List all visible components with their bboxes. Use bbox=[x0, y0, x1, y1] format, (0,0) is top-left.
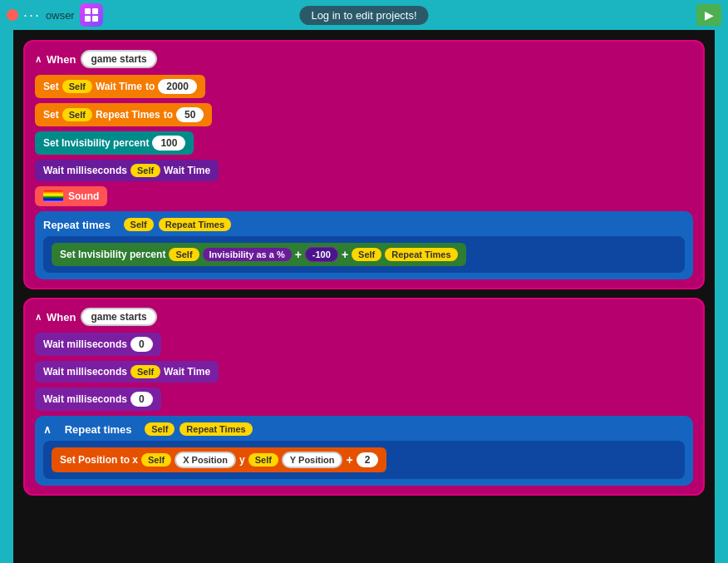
set-repeat-times-row: Set Self Repeat Times to 50 bbox=[35, 103, 693, 126]
rainbow-icon bbox=[43, 190, 63, 202]
set-wait-time-block[interactable]: Set Self Wait Time to 2000 bbox=[35, 75, 205, 98]
self2-badge[interactable]: Self bbox=[352, 248, 381, 261]
inner-expr-row: Set Invisibility percent Self Invisibili… bbox=[52, 243, 676, 266]
top-bar: ··· owser Log in to edit projects! ▶ bbox=[0, 0, 728, 30]
wait-time-2: Wait Time bbox=[164, 366, 210, 378]
browser-label: owser bbox=[46, 9, 75, 22]
sound-block[interactable]: Sound bbox=[35, 186, 107, 206]
wait-ms-row: Wait milliseconds Self Wait Time bbox=[35, 160, 693, 181]
plus-2: + bbox=[342, 248, 348, 261]
when-header-1: ∧ When game starts bbox=[35, 50, 693, 68]
y-pos-badge[interactable]: Y Position bbox=[282, 452, 343, 468]
self-badge-repeat2[interactable]: Self bbox=[145, 422, 175, 436]
plus-val-badge[interactable]: 2 bbox=[357, 452, 379, 467]
position-block[interactable]: Set Position to x Self X Position y Self… bbox=[52, 447, 386, 472]
self-badge-repeat[interactable]: Self bbox=[124, 218, 154, 231]
close-button[interactable] bbox=[7, 9, 18, 21]
repeat-block-2: ∧ Repeat times Self Repeat Times Set Pos… bbox=[35, 416, 693, 486]
to-text-2: to bbox=[164, 109, 173, 121]
self-badge-wait2[interactable]: Self bbox=[130, 365, 160, 378]
wait1-row: Wait milliseconds 0 bbox=[35, 333, 693, 356]
wait3-row: Wait milliseconds 0 bbox=[35, 388, 693, 411]
invis-value[interactable]: 100 bbox=[152, 136, 185, 151]
wait3-value[interactable]: 0 bbox=[130, 392, 153, 407]
self-badge-2[interactable]: Self bbox=[62, 108, 92, 121]
pos-label: Set Position to x bbox=[60, 454, 138, 466]
set-invis-row: Set Invisibility percent 100 bbox=[35, 131, 693, 155]
repeat-block-1: Repeat times Self Repeat Times Set Invis… bbox=[35, 211, 693, 279]
collapse-repeat-1: Repeat times bbox=[43, 219, 111, 231]
sound-row: Sound bbox=[35, 186, 693, 206]
invis-as-badge[interactable]: Invisibility as a % bbox=[203, 248, 292, 261]
repeat-label-2: Repeat times bbox=[65, 423, 132, 436]
repeat-times2-badge[interactable]: Repeat Times bbox=[385, 248, 457, 261]
collapse-repeat-2: ∧ bbox=[43, 423, 52, 436]
dots-menu[interactable]: ··· bbox=[23, 7, 41, 24]
left-sidebar bbox=[0, 30, 13, 563]
self-inner-badge[interactable]: Self bbox=[169, 248, 199, 261]
set2-label: Set bbox=[43, 109, 59, 121]
repeat-header-1: Repeat times Self Repeat Times bbox=[43, 218, 685, 231]
wait3-block[interactable]: Wait milliseconds 0 bbox=[35, 388, 161, 411]
game-starts-badge-1[interactable]: game starts bbox=[81, 50, 156, 68]
sound-label: Sound bbox=[68, 190, 99, 202]
inner-label: Set Invisibility percent bbox=[60, 249, 165, 260]
wait2-row: Wait milliseconds Self Wait Time bbox=[35, 361, 693, 383]
repeat-times-value[interactable]: 50 bbox=[176, 107, 204, 122]
wait2-label: Wait milliseconds bbox=[43, 366, 127, 378]
plus-1: + bbox=[295, 248, 302, 261]
x-pos-badge[interactable]: X Position bbox=[175, 452, 236, 468]
wait1-label: Wait milliseconds bbox=[43, 338, 127, 350]
self-y-badge[interactable]: Self bbox=[248, 453, 278, 467]
when-header-2: ∧ When game starts bbox=[35, 308, 693, 326]
position-row: Set Position to x Self X Position y Self… bbox=[52, 447, 676, 472]
svg-rect-3 bbox=[92, 16, 98, 22]
svg-rect-1 bbox=[92, 8, 98, 14]
repeat-badge-1[interactable]: Repeat Times bbox=[159, 218, 231, 231]
wait1-value[interactable]: 0 bbox=[130, 337, 153, 352]
set1-label: Set bbox=[43, 81, 59, 92]
when-label-1: When bbox=[47, 53, 76, 66]
to-text-1: to bbox=[145, 81, 155, 92]
blocks-area-2: Wait milliseconds 0 Wait milliseconds Se… bbox=[35, 333, 693, 486]
wait-time-label-1: Wait Time bbox=[96, 81, 142, 92]
self-x-badge[interactable]: Self bbox=[141, 453, 171, 467]
wait-time-badge: Wait Time bbox=[164, 165, 210, 176]
self-badge-wait[interactable]: Self bbox=[130, 164, 160, 177]
set-repeat-times-block[interactable]: Set Self Repeat Times to 50 bbox=[35, 103, 212, 126]
when-block-1: ∧ When game starts Set Self Wait Time to… bbox=[23, 40, 705, 289]
collapse-arrow-1[interactable]: ∧ bbox=[35, 54, 42, 65]
blocks-area-1: Set Self Wait Time to 2000 Set Self Repe… bbox=[35, 75, 693, 279]
center-label: Log in to edit projects! bbox=[299, 6, 428, 25]
game-starts-badge-2[interactable]: game starts bbox=[81, 308, 156, 326]
wait-ms-block[interactable]: Wait milliseconds Self Wait Time bbox=[35, 160, 219, 181]
right-sidebar bbox=[715, 30, 728, 563]
center-area: ∧ When game starts Set Self Wait Time to… bbox=[13, 30, 715, 563]
wait2-block[interactable]: Wait milliseconds Self Wait Time bbox=[35, 361, 219, 383]
set-invis-label: Set Invisibility percent bbox=[43, 137, 149, 149]
repeat-inner-1: Set Invisibility percent Self Invisibili… bbox=[43, 236, 685, 273]
self-badge-1[interactable]: Self bbox=[62, 80, 92, 93]
neg-val-badge[interactable]: -100 bbox=[305, 247, 338, 262]
repeat-inner-2: Set Position to x Self X Position y Self… bbox=[43, 441, 685, 479]
set-wait-time-row: Set Self Wait Time to 2000 bbox=[35, 75, 693, 98]
wait-ms-label: Wait milliseconds bbox=[43, 165, 127, 176]
wait3-label: Wait milliseconds bbox=[43, 393, 127, 405]
y-label: y bbox=[239, 454, 245, 466]
repeat-badge-2[interactable]: Repeat Times bbox=[180, 422, 252, 436]
top-bar-left: ··· owser bbox=[7, 3, 103, 27]
wait-time-value[interactable]: 2000 bbox=[158, 79, 197, 94]
app-icon bbox=[80, 3, 103, 27]
set-invis-block[interactable]: Set Invisibility percent 100 bbox=[35, 131, 194, 155]
wait1-block[interactable]: Wait milliseconds 0 bbox=[35, 333, 161, 356]
main-content: ∧ When game starts Set Self Wait Time to… bbox=[0, 30, 728, 563]
play-button[interactable]: ▶ bbox=[696, 4, 721, 26]
plus-pos: + bbox=[346, 453, 352, 467]
when-block-2: ∧ When game starts Wait milliseconds 0 W… bbox=[23, 298, 705, 496]
svg-rect-0 bbox=[85, 8, 91, 14]
repeat-times-label: Repeat Times bbox=[96, 109, 160, 121]
inner-expr-block[interactable]: Set Invisibility percent Self Invisibili… bbox=[52, 243, 466, 266]
svg-rect-2 bbox=[85, 16, 91, 22]
when-label-2: When bbox=[47, 311, 76, 323]
collapse-arrow-2[interactable]: ∧ bbox=[35, 312, 42, 323]
